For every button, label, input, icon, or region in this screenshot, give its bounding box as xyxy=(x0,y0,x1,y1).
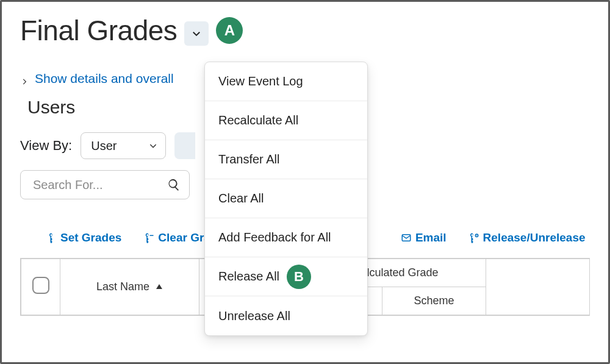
chevron-down-icon xyxy=(191,28,202,39)
key-minus-icon xyxy=(143,232,154,243)
menu-item-transfer-all[interactable]: Transfer All xyxy=(205,140,367,179)
menu-item-label: Transfer All xyxy=(218,152,279,166)
scheme-sub-header[interactable]: Scheme xyxy=(382,287,486,315)
clear-grades-action[interactable]: Clear Gra xyxy=(143,231,210,244)
callout-badge-b: B xyxy=(287,265,311,289)
callout-badge-a: A xyxy=(216,17,243,44)
mail-icon xyxy=(401,232,412,243)
key-eye-icon xyxy=(468,232,479,243)
extra-column-header xyxy=(486,259,590,315)
page-title: Final Grades xyxy=(20,14,177,47)
menu-item-release-all[interactable]: Release All B xyxy=(205,257,367,296)
disclosure-caret-icon[interactable] xyxy=(20,74,29,83)
email-action[interactable]: Email xyxy=(401,231,447,244)
select-all-checkbox[interactable] xyxy=(32,277,49,294)
menu-item-label: Clear All xyxy=(218,191,264,205)
menu-item-add-feedback-for-all[interactable]: Add Feedback for All xyxy=(205,218,367,257)
apply-button-partial[interactable] xyxy=(174,132,195,159)
scheme-sub-header-label: Scheme xyxy=(414,294,454,307)
select-all-header[interactable] xyxy=(21,259,60,315)
key-icon xyxy=(46,232,57,243)
menu-item-view-event-log[interactable]: View Event Log xyxy=(205,62,367,101)
menu-item-label: Recalculate All xyxy=(218,113,298,127)
menu-item-label: View Event Log xyxy=(218,74,303,88)
view-by-select[interactable]: User xyxy=(81,132,166,159)
chevron-down-icon xyxy=(148,141,158,151)
view-by-label: View By: xyxy=(20,138,72,154)
release-unrelease-label: Release/Unrelease xyxy=(483,231,586,244)
release-unrelease-action[interactable]: Release/Unrelease xyxy=(468,231,586,244)
menu-item-clear-all[interactable]: Clear All xyxy=(205,179,367,218)
view-by-selected-value: User xyxy=(91,139,117,153)
title-context-menu-button[interactable] xyxy=(184,21,209,46)
email-label: Email xyxy=(415,231,447,244)
menu-item-label: Add Feedback for All xyxy=(218,230,331,244)
last-name-header-label: Last Name xyxy=(96,280,149,293)
svg-point-3 xyxy=(476,235,477,237)
svg-marker-4 xyxy=(156,284,162,289)
menu-item-recalculate-all[interactable]: Recalculate All xyxy=(205,101,367,140)
set-grades-action[interactable]: Set Grades xyxy=(46,231,121,244)
set-grades-label: Set Grades xyxy=(60,231,121,244)
search-input[interactable] xyxy=(32,177,162,193)
title-context-menu: View Event Log Recalculate All Transfer … xyxy=(204,62,368,336)
svg-rect-0 xyxy=(150,235,154,237)
sort-ascending-icon xyxy=(156,280,163,293)
menu-item-label: Unrelease All xyxy=(218,309,290,323)
last-name-header[interactable]: Last Name xyxy=(60,259,199,315)
clear-grades-label: Clear Gra xyxy=(158,231,210,244)
search-icon xyxy=(167,178,181,191)
show-details-link[interactable]: Show details and overall xyxy=(35,71,174,86)
search-field[interactable] xyxy=(20,170,190,199)
menu-item-label: Release All xyxy=(218,269,279,284)
menu-item-unrelease-all[interactable]: Unrelease All xyxy=(205,296,367,335)
